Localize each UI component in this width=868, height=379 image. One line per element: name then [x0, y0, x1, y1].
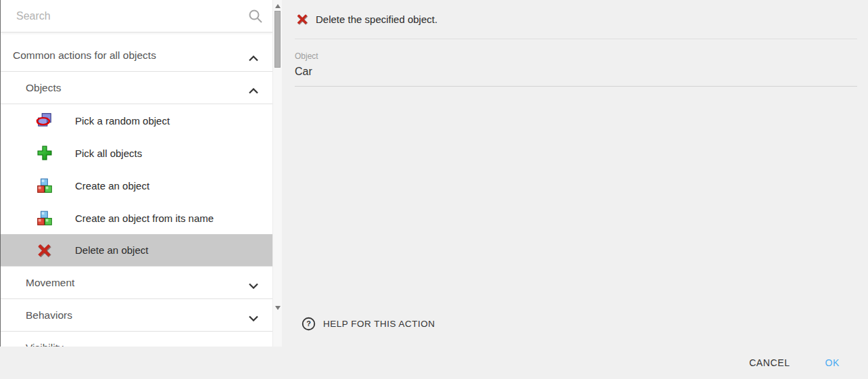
parameter-field-object: Object Car	[295, 39, 857, 87]
section-label: Common actions for all objects	[13, 49, 156, 62]
chevron-down-icon	[249, 312, 258, 318]
help-for-action-button[interactable]: ? HELP FOR THIS ACTION	[302, 311, 441, 336]
section-objects[interactable]: Objects	[1, 72, 273, 104]
search-bar	[1, 0, 273, 32]
list-item-label: Pick a random object	[75, 115, 170, 127]
pick-random-object-icon	[36, 112, 53, 129]
section-label: Visibility	[26, 342, 64, 347]
help-button-label: HELP FOR THIS ACTION	[323, 319, 435, 329]
create-object-icon	[36, 177, 53, 194]
section-behaviors[interactable]: Behaviors	[1, 299, 273, 332]
list-item-label: Create an object from its name	[75, 213, 214, 224]
list-item-pick-random-object[interactable]: Pick a random object	[1, 104, 273, 137]
list-item-create-object[interactable]: Create an object	[1, 169, 273, 202]
create-object-from-name-icon	[36, 209, 53, 227]
list-item-pick-all-objects[interactable]: Pick all objects	[1, 137, 273, 169]
dialog-footer: CANCEL OK	[0, 347, 868, 379]
action-header: Delete the specified object.	[282, 0, 868, 39]
section-movement[interactable]: Movement	[1, 267, 273, 299]
delete-object-icon	[295, 12, 310, 26]
svg-text:?: ?	[306, 319, 311, 328]
section-common-actions[interactable]: Common actions for all objects	[1, 39, 273, 72]
left-panel-scrollbar[interactable]	[272, 0, 282, 347]
search-input[interactable]	[1, 0, 273, 32]
list-item-create-object-from-name[interactable]: Create an object from its name	[1, 202, 273, 234]
list-item-delete-object[interactable]: Delete an object	[1, 234, 273, 267]
search-icon	[247, 8, 264, 24]
instruction-editor-dialog: Common actions for all objects Objects	[0, 0, 868, 379]
instruction-list: Common actions for all objects Objects	[1, 32, 273, 347]
scroll-down-arrow-icon[interactable]	[275, 306, 281, 310]
list-item-label: Create an object	[75, 180, 149, 192]
scroll-up-arrow-icon[interactable]	[275, 4, 281, 8]
chevron-up-icon	[249, 85, 258, 91]
chevron-up-icon	[249, 52, 258, 58]
object-field-input[interactable]: Car	[295, 66, 857, 87]
delete-object-icon	[36, 242, 53, 259]
list-item-label: Delete an object	[75, 244, 148, 256]
instruction-list-panel: Common actions for all objects Objects	[0, 0, 282, 347]
help-circle-icon: ?	[302, 317, 316, 331]
section-label: Behaviors	[26, 309, 72, 321]
ok-button[interactable]: OK	[815, 351, 850, 375]
scrollbar-thumb[interactable]	[274, 11, 281, 68]
section-visibility[interactable]: Visibility	[1, 332, 273, 347]
cancel-button[interactable]: CANCEL	[738, 351, 800, 375]
list-item-label: Pick all objects	[75, 148, 142, 159]
action-detail-panel: Delete the specified object. Object Car …	[282, 0, 868, 347]
section-label: Movement	[26, 277, 74, 289]
chevron-down-icon	[249, 280, 258, 286]
pick-all-objects-icon	[36, 144, 53, 162]
field-label: Object	[295, 51, 857, 61]
action-title: Delete the specified object.	[316, 14, 437, 25]
section-label: Objects	[26, 82, 62, 94]
